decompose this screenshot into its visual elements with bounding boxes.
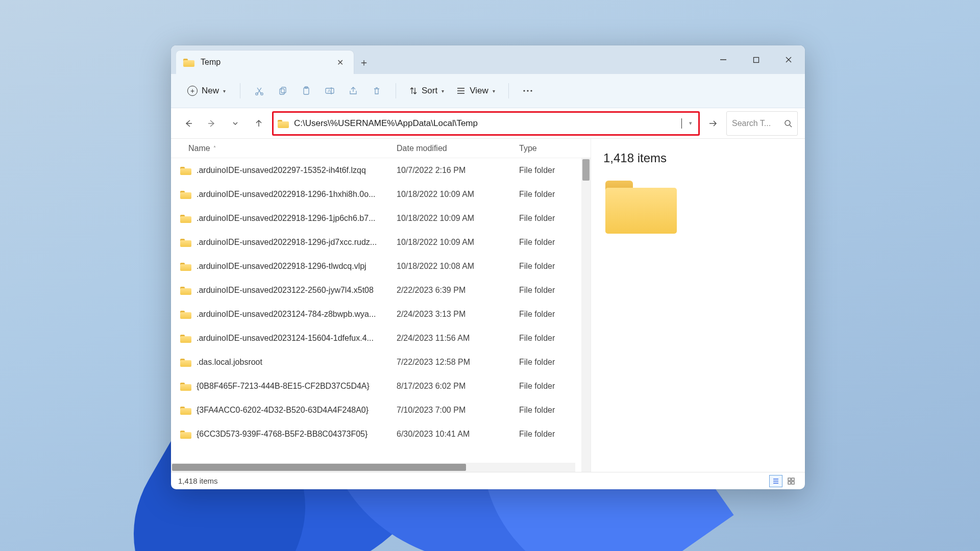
svg-rect-26 [788, 482, 791, 484]
close-icon [785, 56, 792, 63]
address-bar[interactable]: C:\Users\%USERNAME%\AppData\Local\Temp ▾ [272, 111, 700, 136]
file-row[interactable]: .arduinoIDE-unsaved2022918-1296-jd7xcc.r… [171, 230, 591, 254]
svg-point-17 [527, 90, 528, 91]
file-name: .das.local.jobsroot [197, 358, 262, 367]
file-type: File folder [515, 166, 591, 175]
svg-point-16 [523, 90, 525, 91]
cut-button[interactable] [250, 81, 269, 101]
file-name: .arduinoIDE-unsaved202297-15352-ih4t6f.l… [197, 166, 366, 175]
delete-button[interactable] [367, 81, 386, 101]
command-bar: + New ▾ A Sort ▾ View ▾ [171, 74, 805, 108]
file-date: 10/18/2022 10:09 AM [393, 190, 515, 199]
file-type: File folder [515, 382, 591, 391]
file-row[interactable]: .arduinoIDE-unsaved2022918-1296-tlwdcq.v… [171, 254, 591, 278]
copy-button[interactable] [273, 81, 292, 101]
file-name: {6CC3D573-939F-4768-B5F2-BB8C04373F05} [197, 430, 368, 439]
column-headers: Name ˄ Date modified Type [171, 139, 591, 158]
folder-icon [180, 214, 191, 223]
file-row[interactable]: .arduinoIDE-unsaved2023122-2560-jyw7l4.x… [171, 278, 591, 302]
file-type: File folder [515, 358, 591, 367]
maximize-icon [753, 57, 760, 63]
column-header-date[interactable]: Date modified [393, 144, 515, 153]
refresh-go-button[interactable] [703, 113, 723, 134]
forward-button[interactable] [202, 113, 222, 134]
minimize-button[interactable] [707, 45, 740, 74]
folder-icon [180, 334, 191, 343]
share-button[interactable] [344, 81, 363, 101]
arrow-right-icon [207, 119, 216, 128]
file-date: 10/18/2022 10:09 AM [393, 214, 515, 223]
delete-icon [372, 86, 381, 95]
chevron-down-icon: ▾ [223, 88, 226, 94]
details-view-button[interactable] [769, 475, 782, 487]
svg-rect-27 [792, 482, 794, 484]
new-button[interactable]: + New ▾ [182, 83, 231, 99]
separator [396, 83, 396, 98]
file-row[interactable]: .das.local.jobsroot7/22/2023 12:58 PMFil… [171, 350, 591, 374]
sort-button[interactable]: Sort ▾ [405, 83, 448, 99]
column-header-name[interactable]: Name ˄ [171, 144, 393, 153]
file-name: {0B8F465F-7213-444B-8E15-CF2BD37C5D4A} [197, 382, 370, 391]
file-row[interactable]: .arduinoIDE-unsaved2023124-15604-1dfefux… [171, 326, 591, 350]
new-tab-button[interactable]: ＋ [354, 51, 374, 74]
window-controls [707, 45, 805, 74]
file-date: 2/24/2023 3:13 PM [393, 310, 515, 319]
chevron-down-icon [232, 120, 239, 127]
maximize-button[interactable] [740, 45, 772, 74]
file-type: File folder [515, 214, 591, 223]
file-name: .arduinoIDE-unsaved2022918-1296-1hxhi8h.… [197, 190, 375, 199]
file-date: 7/10/2023 7:00 PM [393, 406, 515, 415]
file-type: File folder [515, 430, 591, 439]
back-button[interactable] [178, 113, 199, 134]
sort-icon [409, 87, 418, 95]
rename-button[interactable]: A [320, 81, 339, 101]
tab-temp[interactable]: Temp ✕ [176, 51, 354, 74]
file-row[interactable]: {6CC3D573-939F-4768-B5F2-BB8C04373F05}6/… [171, 422, 591, 446]
file-date: 2/22/2023 6:39 PM [393, 286, 515, 295]
file-row[interactable]: .arduinoIDE-unsaved2022918-1296-1jp6ch6.… [171, 206, 591, 230]
scrollbar-thumb[interactable] [582, 159, 590, 181]
status-bar: 1,418 items [171, 472, 805, 489]
svg-rect-6 [280, 89, 284, 94]
separator [240, 83, 240, 98]
more-button[interactable] [518, 81, 537, 101]
file-name: .arduinoIDE-unsaved2023124-15604-1dfefux… [197, 334, 374, 343]
search-icon [784, 119, 792, 128]
file-type: File folder [515, 406, 591, 415]
scrollbar-thumb[interactable] [172, 464, 466, 471]
search-box[interactable]: Search T... [726, 111, 798, 136]
svg-point-19 [785, 120, 790, 126]
recent-button[interactable] [225, 113, 246, 134]
svg-text:A: A [328, 88, 331, 93]
arrow-up-icon [254, 119, 263, 128]
column-header-type[interactable]: Type [515, 144, 591, 153]
details-pane: 1,418 items [591, 139, 805, 472]
file-row[interactable]: {3FA4ACC0-6202-4D32-B520-63D4A4F248A0}7/… [171, 398, 591, 422]
file-name: .arduinoIDE-unsaved2022918-1296-tlwdcq.v… [197, 262, 366, 271]
file-row[interactable]: .arduinoIDE-unsaved2023124-784-z8bwpb.wy… [171, 302, 591, 326]
tab-close-button[interactable]: ✕ [334, 56, 347, 69]
file-date: 7/22/2023 12:58 PM [393, 358, 515, 367]
address-history-button[interactable]: ▾ [687, 118, 694, 129]
file-row[interactable]: .arduinoIDE-unsaved2022918-1296-1hxhi8h.… [171, 182, 591, 206]
up-button[interactable] [249, 113, 269, 134]
horizontal-scrollbar[interactable] [171, 463, 575, 472]
file-row[interactable]: {0B8F465F-7213-444B-8E15-CF2BD37C5D4A}8/… [171, 374, 591, 398]
file-list-scroll[interactable]: .arduinoIDE-unsaved202297-15352-ih4t6f.l… [171, 158, 591, 472]
list-icon [772, 478, 779, 485]
file-type: File folder [515, 238, 591, 247]
folder-icon [180, 430, 191, 439]
vertical-scrollbar[interactable] [581, 158, 591, 472]
thumbnails-view-button[interactable] [785, 475, 798, 487]
close-button[interactable] [772, 45, 805, 74]
file-date: 10/18/2022 10:08 AM [393, 262, 515, 271]
view-button[interactable]: View ▾ [452, 83, 499, 99]
arrow-left-icon [184, 119, 193, 128]
folder-icon [180, 166, 191, 175]
chevron-down-icon: ▾ [442, 88, 444, 94]
file-row[interactable]: .arduinoIDE-unsaved202297-15352-ih4t6f.l… [171, 158, 591, 182]
item-count: 1,418 items [603, 151, 793, 165]
view-toggle [769, 475, 798, 487]
rename-icon: A [325, 86, 335, 95]
paste-button[interactable] [297, 81, 316, 101]
